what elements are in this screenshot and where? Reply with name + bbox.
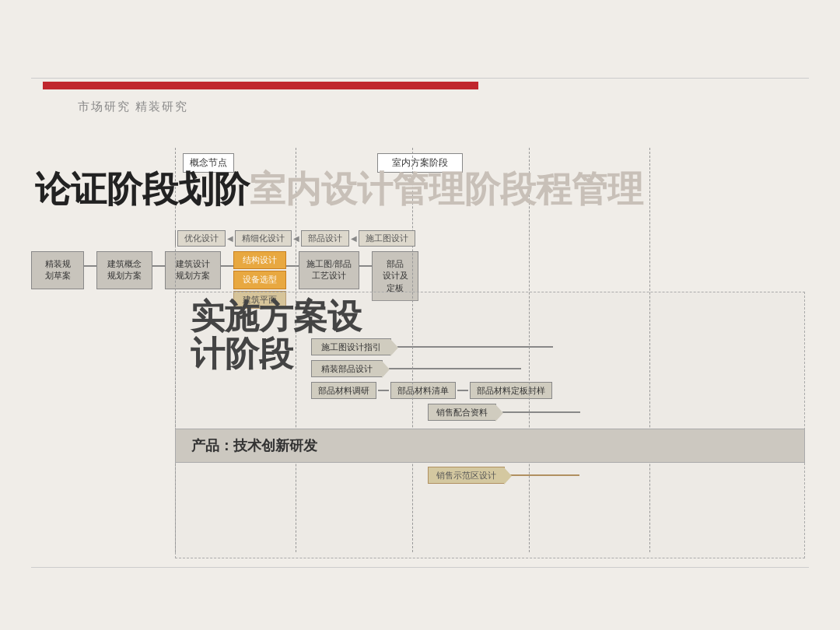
- flow-box-arch-plan: 建筑设计规划方案: [165, 251, 221, 289]
- flow-box-cad-parts: 施工图/部品工艺设计: [299, 251, 359, 289]
- sub-row-materials: 部品材料调研 部品材料清单 部品材料定板封样: [311, 382, 552, 399]
- stage-refine: 精细化设计: [235, 230, 292, 247]
- top-divider: [31, 78, 809, 79]
- sub-row-sales-demo: 销售示范区设计: [428, 467, 579, 484]
- flow-arrow-3: [221, 265, 233, 267]
- flow-box-equipment: 设备选型: [233, 271, 286, 289]
- sub-row-sales-material: 销售配合资料: [428, 404, 580, 421]
- flow-arrow-1: [84, 265, 96, 267]
- page: 市场研究 精装研究 概念节点 室内方案阶段 论证阶段划阶室内设计管理阶段程管理 …: [0, 0, 840, 630]
- big-title: 论证阶段划阶室内设计管理阶段程管理: [35, 166, 643, 214]
- stage-optimize: 优化设计: [177, 230, 226, 247]
- vdash-5: [649, 148, 650, 552]
- stage-cad: 施工图设计: [359, 230, 415, 247]
- impl-title: 实施方案设 计阶段: [191, 298, 362, 373]
- flow-box-concept: 建筑概念规划方案: [96, 251, 152, 289]
- flow-arrow-5: [359, 265, 372, 267]
- design-stages-row: 优化设计 ◀ 精细化设计 ◀ 部品设计 ◀ 施工图设计: [175, 229, 797, 247]
- main-content: 概念节点 室内方案阶段 论证阶段划阶室内设计管理阶段程管理 优化设计 ◀ 精细化…: [31, 121, 809, 560]
- subtitle: 市场研究 精装研究: [78, 100, 188, 114]
- product-row: 产品：技术创新研发: [175, 429, 805, 463]
- flow-box-structure: 结构设计: [233, 251, 286, 269]
- stage-parts: 部品设计: [301, 230, 349, 247]
- flow-box-draft: 精装规划草案: [31, 251, 84, 289]
- red-bar: [43, 82, 478, 89]
- flow-arrow-2: [152, 265, 165, 267]
- flow-arrow-4: [286, 265, 299, 267]
- bottom-divider: [31, 567, 809, 568]
